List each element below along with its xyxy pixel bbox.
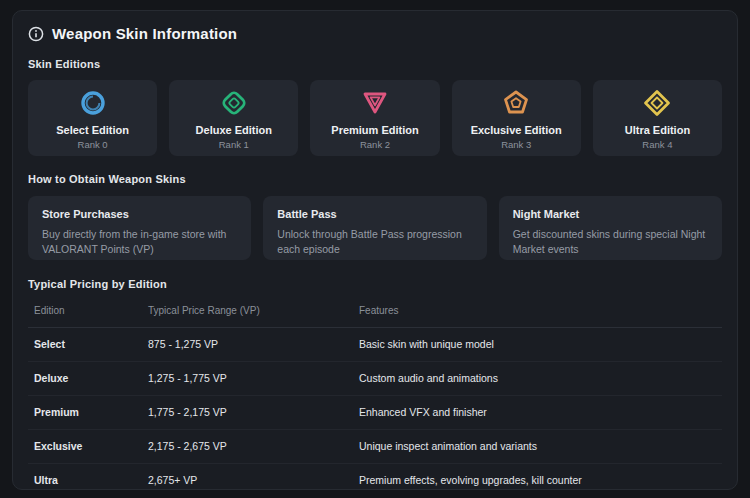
edition-card-row: Select Edition Rank 0 Deluxe Edition Ran… xyxy=(28,80,722,156)
section-heading-skin-editions: Skin Editions xyxy=(28,58,722,70)
edition-card: Ultra Edition Rank 4 xyxy=(593,80,722,156)
edition-card: Select Edition Rank 0 xyxy=(28,80,157,156)
edition-cell: Deluxe xyxy=(28,362,142,396)
edition-card: Premium Edition Rank 2 xyxy=(310,80,439,156)
edition-cell: Premium xyxy=(28,396,142,430)
features-cell: Unique inspect animation and variants xyxy=(353,430,722,464)
features-cell: Enhanced VFX and finisher xyxy=(353,396,722,430)
edition-cell: Ultra xyxy=(28,464,142,498)
obtain-method-title: Store Purchases xyxy=(42,208,237,220)
edition-rank: Rank 1 xyxy=(219,139,249,150)
premium-edition-icon xyxy=(360,88,390,118)
obtain-method-card: Battle Pass Unlock through Battle Pass p… xyxy=(263,196,486,260)
features-cell: Custom audio and animations xyxy=(353,362,722,396)
obtain-method-title: Battle Pass xyxy=(277,208,472,220)
select-edition-icon xyxy=(78,88,108,118)
column-header-features: Features xyxy=(353,296,722,328)
obtain-method-card: Night Market Get discounted skins during… xyxy=(499,196,722,260)
price-cell: 875 - 1,275 VP xyxy=(142,328,353,362)
edition-card: Deluxe Edition Rank 1 xyxy=(169,80,298,156)
edition-name: Exclusive Edition xyxy=(471,124,562,136)
column-header-price: Typical Price Range (VP) xyxy=(142,296,353,328)
features-cell: Basic skin with unique model xyxy=(353,328,722,362)
edition-name: Select Edition xyxy=(56,124,129,136)
price-cell: 2,675+ VP xyxy=(142,464,353,498)
table-row: Deluxe 1,275 - 1,775 VP Custom audio and… xyxy=(28,362,722,396)
obtain-method-description: Buy directly from the in-game store with… xyxy=(42,227,237,257)
table-row: Select 875 - 1,275 VP Basic skin with un… xyxy=(28,328,722,362)
weapon-skin-info-panel: Weapon Skin Information Skin Editions Se… xyxy=(12,10,738,490)
panel-header: Weapon Skin Information xyxy=(28,25,722,42)
info-icon xyxy=(28,26,44,42)
obtain-method-description: Unlock through Battle Pass progression e… xyxy=(277,227,472,257)
pricing-table: Edition Typical Price Range (VP) Feature… xyxy=(28,296,722,497)
edition-rank: Rank 2 xyxy=(360,139,390,150)
obtain-method-title: Night Market xyxy=(513,208,708,220)
edition-rank: Rank 0 xyxy=(78,139,108,150)
deluxe-edition-icon xyxy=(219,88,249,118)
features-cell: Premium effects, evolving upgrades, kill… xyxy=(353,464,722,498)
edition-name: Premium Edition xyxy=(331,124,418,136)
obtain-card-row: Store Purchases Buy directly from the in… xyxy=(28,196,722,260)
page-title: Weapon Skin Information xyxy=(52,25,237,42)
table-row: Exclusive 2,175 - 2,675 VP Unique inspec… xyxy=(28,430,722,464)
edition-cell: Exclusive xyxy=(28,430,142,464)
edition-name: Ultra Edition xyxy=(625,124,690,136)
price-cell: 2,175 - 2,675 VP xyxy=(142,430,353,464)
section-heading-pricing: Typical Pricing by Edition xyxy=(28,278,722,290)
ultra-edition-icon xyxy=(642,88,672,118)
edition-card: Exclusive Edition Rank 3 xyxy=(452,80,581,156)
obtain-method-card: Store Purchases Buy directly from the in… xyxy=(28,196,251,260)
table-header-row: Edition Typical Price Range (VP) Feature… xyxy=(28,296,722,328)
price-cell: 1,775 - 2,175 VP xyxy=(142,396,353,430)
table-row: Ultra 2,675+ VP Premium effects, evolvin… xyxy=(28,464,722,498)
column-header-edition: Edition xyxy=(28,296,142,328)
edition-cell: Select xyxy=(28,328,142,362)
edition-rank: Rank 3 xyxy=(501,139,531,150)
edition-rank: Rank 4 xyxy=(642,139,672,150)
edition-name: Deluxe Edition xyxy=(196,124,272,136)
exclusive-edition-icon xyxy=(501,88,531,118)
table-row: Premium 1,775 - 2,175 VP Enhanced VFX an… xyxy=(28,396,722,430)
price-cell: 1,275 - 1,775 VP xyxy=(142,362,353,396)
section-heading-obtain: How to Obtain Weapon Skins xyxy=(28,173,722,185)
obtain-method-description: Get discounted skins during special Nigh… xyxy=(513,227,708,257)
